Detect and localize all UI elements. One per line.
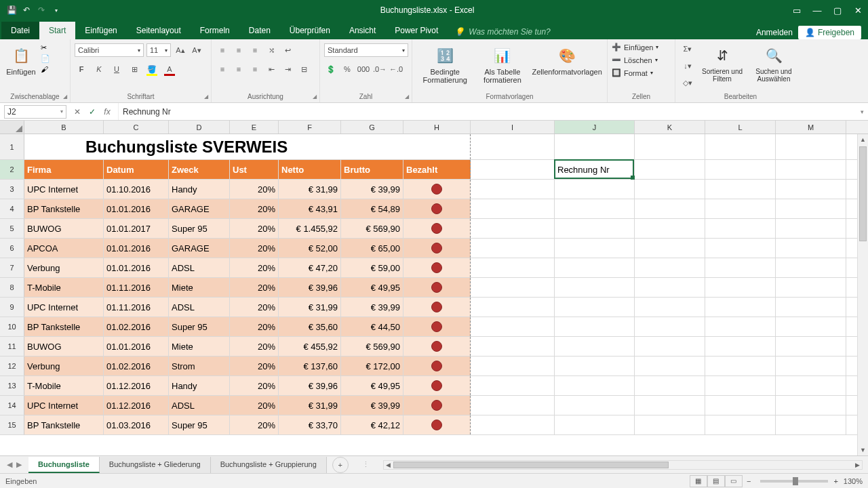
close-button[interactable]: ✕ <box>848 0 868 20</box>
cell[interactable]: € 31,99 <box>279 180 341 199</box>
cell[interactable] <box>555 180 635 199</box>
format-cells-button[interactable]: 🔲Format▾ <box>612 68 653 78</box>
cell[interactable] <box>705 396 776 415</box>
enter-icon[interactable]: ✓ <box>85 107 99 117</box>
cell[interactable] <box>403 219 471 238</box>
col-header-B[interactable]: B <box>24 121 104 134</box>
cell[interactable] <box>471 219 555 238</box>
sheet-tab[interactable]: Buchungsliste + Gliederung <box>100 457 211 473</box>
title-cell[interactable]: Buchungsliste SVERWEIS <box>24 134 471 159</box>
tab-ansicht[interactable]: Ansicht <box>340 22 385 39</box>
undo-icon[interactable]: ↶ <box>22 5 31 15</box>
cell[interactable]: Ust <box>230 160 279 179</box>
cell[interactable]: € 39,99 <box>341 298 403 317</box>
cell[interactable] <box>471 337 555 356</box>
cell[interactable]: ADSL <box>169 298 230 317</box>
tab-seitenlayout[interactable]: Seitenlayout <box>127 22 191 39</box>
cell[interactable]: Zweck <box>169 160 230 179</box>
cell[interactable]: € 1.455,92 <box>279 219 341 238</box>
cell[interactable]: € 54,89 <box>341 199 403 218</box>
cell[interactable] <box>635 219 705 238</box>
cell[interactable]: € 42,12 <box>341 415 403 434</box>
cell[interactable]: Netto <box>279 160 341 179</box>
cell[interactable] <box>776 317 846 336</box>
cell[interactable]: 20% <box>230 298 279 317</box>
cell[interactable] <box>776 298 846 317</box>
cell[interactable] <box>555 239 635 258</box>
border-icon[interactable]: ⊞ <box>127 62 141 76</box>
row-header[interactable]: 6 <box>0 239 24 258</box>
row-header[interactable]: 7 <box>0 258 24 277</box>
cell[interactable] <box>776 258 846 277</box>
cell[interactable] <box>776 337 846 356</box>
zoom-level[interactable]: 130% <box>844 477 863 485</box>
formula-input[interactable]: Rechnung Nr <box>118 103 856 120</box>
col-header-E[interactable]: E <box>230 121 279 134</box>
name-box[interactable]: J2▾ <box>4 105 66 119</box>
delete-cells-button[interactable]: ➖Löschen▾ <box>612 55 658 65</box>
vertical-scrollbar[interactable]: ▲ ▼ <box>857 134 868 455</box>
fill-icon[interactable]: ↓▾ <box>679 59 696 73</box>
font-color-icon[interactable]: A <box>163 62 176 76</box>
col-header-C[interactable]: C <box>104 121 169 134</box>
row-header[interactable]: 3 <box>0 180 24 199</box>
cell[interactable]: UPC Internet <box>24 396 104 415</box>
cell[interactable] <box>705 317 776 336</box>
align-top-icon[interactable]: ≡ <box>216 43 229 57</box>
zoom-slider[interactable] <box>760 480 828 483</box>
cell[interactable] <box>403 357 471 375</box>
cell[interactable] <box>555 396 635 415</box>
row-header[interactable]: 8 <box>0 278 24 297</box>
cell[interactable] <box>403 396 471 415</box>
font-name-combo[interactable]: Calibri▾ <box>75 43 144 57</box>
row-header[interactable]: 5 <box>0 219 24 238</box>
decrease-decimal-icon[interactable]: ←.0 <box>389 62 403 76</box>
cell[interactable]: BUWOG <box>24 337 104 356</box>
cell[interactable] <box>635 258 705 277</box>
dialog-launcher-icon[interactable]: ◢ <box>313 94 317 100</box>
qat-customize-icon[interactable]: ▾ <box>52 5 61 15</box>
fill-color-icon[interactable]: 🪣 <box>145 62 159 76</box>
italic-button[interactable]: K <box>92 62 106 76</box>
decrease-font-icon[interactable]: A▾ <box>190 43 203 57</box>
font-size-combo[interactable]: 11▾ <box>146 43 171 57</box>
cell[interactable]: 01.01.2016 <box>104 258 169 277</box>
cell[interactable] <box>635 180 705 199</box>
autosum-icon[interactable]: Σ▾ <box>679 42 696 56</box>
cell[interactable] <box>776 357 846 375</box>
scroll-up-icon[interactable]: ▲ <box>858 134 868 145</box>
cell[interactable]: € 52,00 <box>279 239 341 258</box>
cell[interactable]: Super 95 <box>169 317 230 336</box>
cell[interactable] <box>471 317 555 336</box>
cell[interactable] <box>776 160 846 179</box>
cell[interactable]: € 33,70 <box>279 415 341 434</box>
cell[interactable] <box>471 415 555 434</box>
find-select-button[interactable]: 🔍 Suchen und Auswählen <box>749 41 799 83</box>
cell-styles-button[interactable]: 🎨 Zellenformatvorlagen <box>531 41 603 76</box>
cell[interactable] <box>471 357 555 375</box>
col-header-F[interactable]: F <box>279 121 341 134</box>
cell[interactable]: 20% <box>230 376 279 395</box>
format-painter-icon[interactable]: 🖌 <box>41 65 50 73</box>
cell[interactable] <box>705 219 776 238</box>
page-layout-button[interactable]: ▤ <box>707 475 725 487</box>
tab-file[interactable]: Datei <box>1 22 39 39</box>
cell[interactable] <box>471 160 555 179</box>
sheet-nav-next-icon[interactable]: ▶ <box>16 460 22 469</box>
row-header[interactable]: 4 <box>0 199 24 218</box>
cell[interactable]: 01.02.2016 <box>104 357 169 375</box>
cell[interactable] <box>555 258 635 277</box>
cell[interactable] <box>776 376 846 395</box>
cell[interactable]: € 31,99 <box>279 298 341 317</box>
cell[interactable]: APCOA <box>24 239 104 258</box>
cell[interactable]: € 39,99 <box>341 396 403 415</box>
cell[interactable]: Miete <box>169 278 230 297</box>
sheet-tab[interactable]: Buchungsliste + Gruppierung <box>211 457 327 473</box>
cell[interactable] <box>471 298 555 317</box>
row-header[interactable]: 10 <box>0 317 24 336</box>
dialog-launcher-icon[interactable]: ◢ <box>63 94 67 100</box>
cell[interactable] <box>776 239 846 258</box>
cell[interactable] <box>471 258 555 277</box>
cell[interactable]: BP Tankstelle <box>24 317 104 336</box>
col-header-M[interactable]: M <box>776 121 846 134</box>
